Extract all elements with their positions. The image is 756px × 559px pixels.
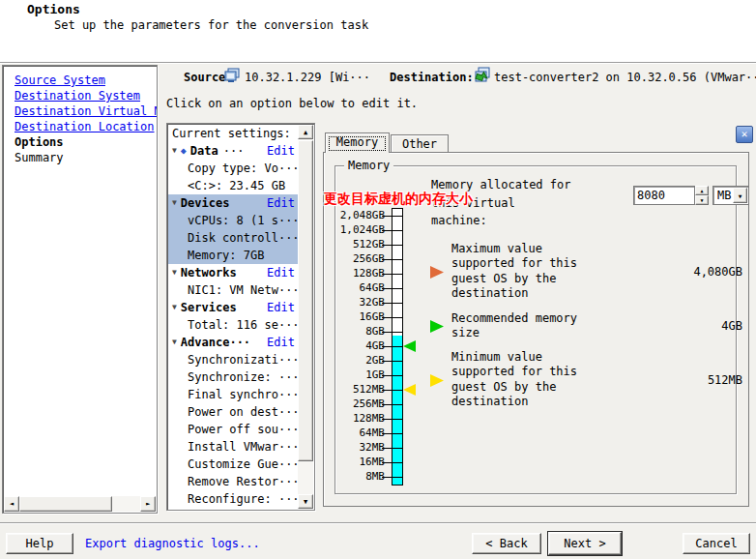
scale-tick-line [382,361,392,362]
scale-tick-line [382,404,392,405]
scale-tick-line [382,317,392,318]
tree-row-c-23-45-gb[interactable]: <C:>: 23.45 GB [168,177,299,194]
export-diagnostic-logs-link[interactable]: Export diagnostic logs... [85,537,260,550]
item-label: Memory: 7GB [188,247,264,264]
destination-label: Destination: [390,71,474,84]
legend-value: 4GB [541,319,742,333]
bar-tick [393,462,402,463]
tree-row-reconfigure[interactable]: Reconfigure: ··· [168,490,299,508]
edit-link-networks[interactable]: Edit [267,264,295,281]
scale-tick-line [382,332,392,333]
tree-row-copy-type-vo[interactable]: Copy type: Vo··· [168,160,299,177]
source-value: 10.32.1.229 [Wi··· [245,71,370,84]
tree-row-power-off-sou[interactable]: Power off sou··· [168,421,299,438]
tree-row-advance[interactable]: ▼Advance···Edit [168,334,299,351]
tree-row-power-on-dest[interactable]: Power on dest··· [168,403,299,421]
caret-down-icon: ▼ [172,299,177,316]
tree-row-customize-gue[interactable]: Customize Gue··· [168,456,299,473]
scale-tick-line [382,259,392,260]
scale-tick-label: 32GB [315,296,385,309]
tree-row-total-116-se[interactable]: Total: 116 se··· [168,316,299,334]
spinner-down-icon[interactable]: ▼ [695,195,709,205]
spinner-up-icon[interactable]: ▲ [695,186,709,195]
bar-tick [393,259,402,260]
sidebar-item-destination-virtual-m[interactable]: Destination Virtual M [15,103,157,119]
scale-tick-line [382,245,392,246]
next-button[interactable]: Next > [548,532,622,555]
help-button[interactable]: Help [6,533,73,554]
scale-tick-label: 1,024GB [315,223,385,236]
tree-row-final-synchro[interactable]: Final synchro··· [168,386,299,403]
legend-value: 4,080GB [541,265,742,279]
tree-vertical-scrollbar[interactable]: ▲ ▼ [298,125,313,509]
tree-row-disk-controll[interactable]: Disk controll··· [168,229,299,247]
memory-value-input[interactable] [633,186,695,205]
scale-tick-label: 16MB [315,456,385,468]
tree-row-networks[interactable]: ▼NetworksEdit [168,264,299,281]
cancel-button[interactable]: Cancel [683,533,750,554]
tab-other-label: Other [402,137,437,151]
scale-tick-line [382,375,392,376]
memory-unit-dropdown[interactable]: MB ▼ [712,186,749,205]
tree-row-nic1-vm-netw[interactable]: NIC1: VM Netw··· [168,281,299,299]
item-label: Synchronizati··· [188,351,299,368]
sidebar-item-destination-system[interactable]: Destination System [15,88,157,103]
scroll-down-icon[interactable]: ▼ [298,494,313,509]
scale-tick-label: 16GB [315,310,385,323]
scroll-up-icon[interactable]: ▲ [298,125,313,139]
sidebar-item-options: Options [15,134,157,150]
tree-row-synchronize[interactable]: Synchronize: ··· [168,368,299,386]
tree-row-memory-7gb[interactable]: Memory: 7GB [168,247,299,264]
tree-row-install-vmwar[interactable]: Install VMwar··· [168,438,299,456]
memory-scale-bar [392,208,403,485]
tree-row-remove-restor[interactable]: Remove Restor··· [168,473,299,490]
tab-other[interactable]: Other [391,134,449,153]
page-title: Options [27,2,80,16]
scroll-right-icon[interactable]: ► [140,496,156,512]
scale-tick-label: 2,048GB [315,209,385,221]
bar-tick [393,361,402,362]
memory-spinner[interactable]: ▲ ▼ [695,186,709,205]
edit-link-data[interactable]: Edit [267,142,295,160]
item-label: Synchronize: ··· [188,368,299,386]
edit-link-advance[interactable]: Edit [267,334,295,351]
group-label: Data [190,142,218,160]
bar-tick [393,317,402,318]
item-label: Install VMwar··· [188,438,299,456]
close-icon[interactable]: ✕ [736,126,753,143]
edit-link-services[interactable]: Edit [267,299,295,316]
footer-divider [0,522,756,524]
tree-row-services[interactable]: ▼ServicesEdit [168,299,299,316]
item-label: Reconfigure: ··· [188,490,299,508]
bar-tick [393,346,402,347]
item-label: Copy type: Vo··· [188,160,299,177]
destination-value: test-converter2 on 10.32.0.56 (VMwar··· [494,71,756,84]
current-settings-panel: Current settings:▼◆Data···EditCopy type:… [166,123,315,511]
edit-link-devices[interactable]: Edit [267,194,295,212]
tree-row-vcpus-8-1-s[interactable]: vCPUs: 8 (1 s··· [168,212,299,229]
tab-memory[interactable]: Memory [325,132,390,153]
page-subtitle: Set up the parameters for the conversion… [54,18,368,32]
back-button[interactable]: < Back [472,533,541,554]
scale-tick-label: 128MB [315,412,385,425]
item-label: Power on dest··· [188,403,299,421]
tree-row-data[interactable]: ▼◆Data···Edit [168,142,299,160]
scrollbar-thumb[interactable] [298,140,313,461]
tree-row-synchronizati[interactable]: Synchronizati··· [168,351,299,368]
scale-tick-line [382,303,392,304]
item-label: Total: 116 se··· [188,316,299,334]
scrollbar-thumb[interactable] [19,496,112,512]
sidebar-item-source-system[interactable]: Source System [15,73,157,88]
sidebar-item-destination-location[interactable]: Destination Location [15,119,157,134]
top-divider [0,62,756,64]
scroll-left-icon[interactable]: ◄ [4,496,19,512]
wizard-steps-sidebar: Source SystemDestination SystemDestinati… [2,65,158,514]
item-label: NIC1: VM Netw··· [188,281,299,299]
scale-tick-line [382,216,392,217]
dropdown-arrow-icon[interactable]: ▼ [733,188,747,203]
bar-tick [393,288,402,289]
tree-row-devices[interactable]: ▼DevicesEdit [168,194,299,212]
sidebar-horizontal-scrollbar[interactable]: ◄ ► [4,496,156,512]
bar-tick [393,448,402,449]
scale-tick-line [382,462,392,463]
